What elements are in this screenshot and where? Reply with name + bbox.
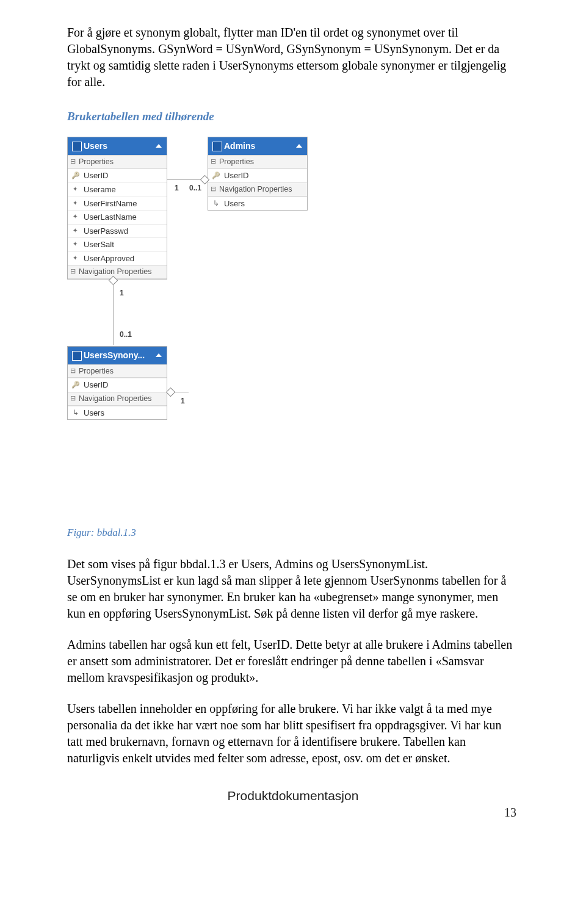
entity-usersynonym-properties-label: Properties <box>68 364 167 378</box>
entity-users-header: Users <box>68 137 167 155</box>
entity-usersynonym-nav-users: Users <box>68 406 167 420</box>
entity-users-field-userid: UserID <box>68 168 167 182</box>
paragraph-2: Det som vises på figur bbdal.1.3 er User… <box>67 556 519 622</box>
entity-users-field-salt: UserSalt <box>68 237 167 251</box>
chevron-up-icon <box>156 144 162 148</box>
entity-usersynonym-header: UsersSynony... <box>68 347 167 364</box>
connector-users-syn-v1 <box>113 284 114 345</box>
multiplicity-users-admins-left: 1 <box>175 183 179 193</box>
entity-usersynonym-field-userid: UserID <box>68 378 167 392</box>
entity-users-field-lastname: UserLastName <box>68 210 167 224</box>
paragraph-4: Users tabellen inneholder en oppføring f… <box>67 701 519 767</box>
diamond-icon <box>166 387 176 397</box>
entity-usersynonym: UsersSynony... Properties UserID Navigat… <box>67 346 167 420</box>
entity-usersynonym-nav-label: Navigation Properties <box>68 392 167 406</box>
entity-admins-title: Admins <box>224 140 255 152</box>
entity-admins-properties-label: Properties <box>208 155 307 169</box>
figure-caption: Figur: bbdal.1.3 <box>67 526 519 540</box>
entity-users: Users Properties UserID Userame UserFirs… <box>67 137 167 280</box>
page-number: 13 <box>67 804 519 821</box>
entity-users-field-approved: UserApproved <box>68 251 167 265</box>
connector-usersyn-right <box>174 392 189 392</box>
entity-admins-field-userid: UserID <box>208 168 307 182</box>
entity-users-title: Users <box>84 140 107 152</box>
entity-users-field-username: Userame <box>68 182 167 197</box>
multiplicity-users-syn-top: 1 <box>120 288 124 298</box>
section-heading-brukertabellen: Brukertabellen med tilhørende <box>67 109 519 125</box>
chevron-up-icon <box>296 144 302 148</box>
entity-admins-nav-label: Navigation Properties <box>208 182 307 197</box>
entity-admins-header: Admins <box>208 137 307 155</box>
footer-title: Produktdokumentasjon <box>67 787 519 804</box>
entity-admins: Admins Properties UserID Navigation Prop… <box>208 137 308 211</box>
entity-users-nav-label: Navigation Properties <box>68 265 167 279</box>
entity-usersynonym-title: UsersSynony... <box>84 350 145 361</box>
multiplicity-users-admins-right: 0..1 <box>189 183 201 193</box>
er-diagram: Users Properties UserID Userame UserFirs… <box>67 137 308 515</box>
entity-users-properties-label: Properties <box>68 155 167 169</box>
intro-paragraph: For å gjøre et synonym globalt, flytter … <box>67 24 519 90</box>
multiplicity-users-syn-bottom: 0..1 <box>120 330 132 339</box>
entity-admins-nav-users: Users <box>208 197 307 211</box>
entity-users-field-passwd: UserPasswd <box>68 224 167 238</box>
paragraph-3: Admins tabellen har også kun ett felt, U… <box>67 637 519 686</box>
multiplicity-usersyn-right: 1 <box>181 396 185 406</box>
entity-users-field-firstname: UserFirstName <box>68 197 167 211</box>
chevron-up-icon <box>156 353 162 357</box>
